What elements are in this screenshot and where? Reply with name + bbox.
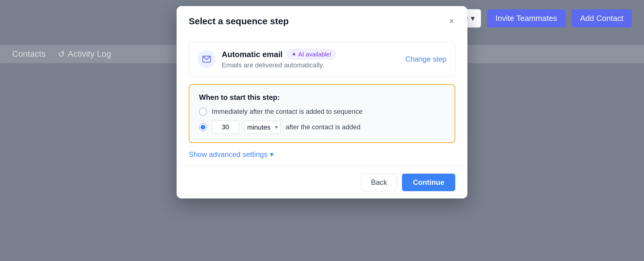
after-label: after the contact is added <box>286 123 360 131</box>
advanced-settings-section: Show advanced settings ▾ <box>189 150 455 159</box>
immediate-label: Immediately after the contact is added t… <box>212 108 363 116</box>
delay-unit-wrapper: minutes hours days <box>244 120 281 134</box>
sparkle-icon: ✦ <box>291 51 297 58</box>
step-name: Automatic email <box>222 50 283 59</box>
modal-footer: Back Continue <box>177 166 467 198</box>
close-icon: × <box>449 16 454 26</box>
bg-nav-contacts: Contacts <box>12 49 46 59</box>
chevron-down-icon: ▾ <box>270 150 274 159</box>
ai-badge: ✦ AI available! <box>287 49 336 59</box>
invite-teammates-button[interactable]: Invite Teammates <box>487 9 566 27</box>
step-card: Automatic email ✦ AI available! Emails a… <box>189 42 455 77</box>
delay-value-input[interactable] <box>212 120 239 134</box>
chevron-down-icon: ▾ <box>471 14 475 23</box>
close-button[interactable]: × <box>448 16 455 27</box>
immediate-radio[interactable] <box>199 108 207 116</box>
change-step-button[interactable]: Change step <box>405 55 446 63</box>
delay-unit-select[interactable]: minutes hours days <box>244 120 281 134</box>
modal-header: Select a sequence step × <box>177 6 467 34</box>
modal: Select a sequence step × Automatic email… <box>177 6 467 198</box>
email-icon-wrap <box>198 50 216 68</box>
step-title-row: Automatic email ✦ AI available! <box>222 49 399 59</box>
step-description: Emails are delivered automatically. <box>222 61 399 69</box>
continue-button[interactable]: Continue <box>402 174 455 191</box>
delay-radio[interactable] <box>199 123 207 131</box>
timing-section: When to start this step: Immediately aft… <box>189 84 455 143</box>
show-advanced-settings-button[interactable]: Show advanced settings ▾ <box>189 150 274 159</box>
timing-label: When to start this step: <box>199 93 445 102</box>
back-button[interactable]: Back <box>361 174 397 191</box>
immediate-option-row: Immediately after the contact is added t… <box>199 108 445 116</box>
add-contact-button[interactable]: Add Contact <box>572 9 632 27</box>
email-icon <box>202 55 211 64</box>
bg-nav-activity: ↺ Activity Log <box>58 49 111 59</box>
delay-option-row: minutes hours days after the contact is … <box>199 120 445 134</box>
background-overlay: Contacts ↺ Activity Log 🔍 Search Apollo … <box>0 0 644 261</box>
modal-title: Select a sequence step <box>189 16 289 26</box>
step-info: Automatic email ✦ AI available! Emails a… <box>222 49 399 69</box>
